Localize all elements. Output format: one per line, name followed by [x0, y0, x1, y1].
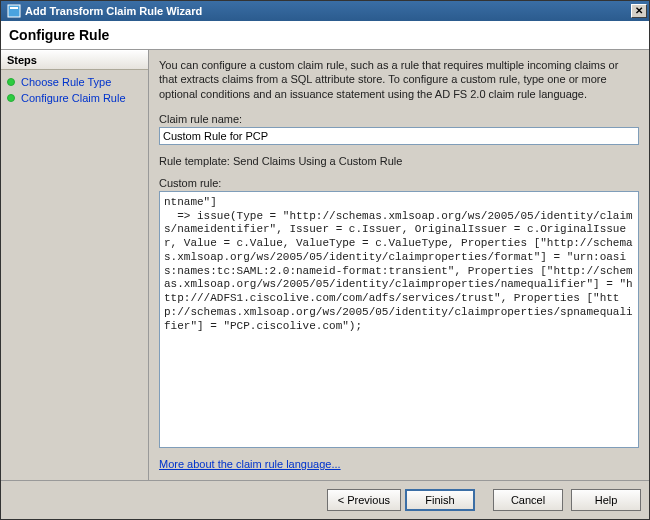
finish-button[interactable]: Finish — [405, 489, 475, 511]
content-pane: You can configure a custom claim rule, s… — [149, 50, 649, 480]
bullet-icon — [7, 94, 15, 102]
step-choose-rule-type[interactable]: Choose Rule Type — [3, 74, 146, 90]
custom-rule-label: Custom rule: — [159, 177, 639, 189]
window-title: Add Transform Claim Rule Wizard — [25, 5, 631, 17]
more-link-row: More about the claim rule language... — [159, 458, 639, 470]
step-label: Choose Rule Type — [21, 76, 111, 88]
claim-rule-name-input[interactable] — [159, 127, 639, 145]
page-title: Configure Rule — [9, 27, 641, 43]
steps-list: Choose Rule Type Configure Claim Rule — [1, 70, 148, 110]
svg-rect-1 — [10, 7, 18, 9]
previous-button[interactable]: < Previous — [327, 489, 401, 511]
step-configure-claim-rule[interactable]: Configure Claim Rule — [3, 90, 146, 106]
help-button[interactable]: Help — [571, 489, 641, 511]
body: Steps Choose Rule Type Configure Claim R… — [1, 50, 649, 480]
custom-rule-textarea[interactable]: ntname"] => issue(Type = "http://schemas… — [159, 191, 639, 448]
bullet-icon — [7, 78, 15, 86]
button-bar: < Previous Finish Cancel Help — [1, 480, 649, 519]
rule-template-line: Rule template: Send Claims Using a Custo… — [159, 155, 639, 167]
intro-text: You can configure a custom claim rule, s… — [159, 58, 639, 101]
title-bar: Add Transform Claim Rule Wizard ✕ — [1, 1, 649, 21]
app-icon — [7, 4, 21, 18]
page-header: Configure Rule — [1, 21, 649, 50]
steps-header: Steps — [1, 50, 148, 70]
svg-rect-0 — [8, 5, 20, 17]
step-label: Configure Claim Rule — [21, 92, 126, 104]
claim-rule-name-label: Claim rule name: — [159, 113, 639, 125]
cancel-button[interactable]: Cancel — [493, 489, 563, 511]
steps-pane: Steps Choose Rule Type Configure Claim R… — [1, 50, 149, 480]
close-icon[interactable]: ✕ — [631, 4, 647, 18]
more-about-link[interactable]: More about the claim rule language... — [159, 458, 341, 470]
